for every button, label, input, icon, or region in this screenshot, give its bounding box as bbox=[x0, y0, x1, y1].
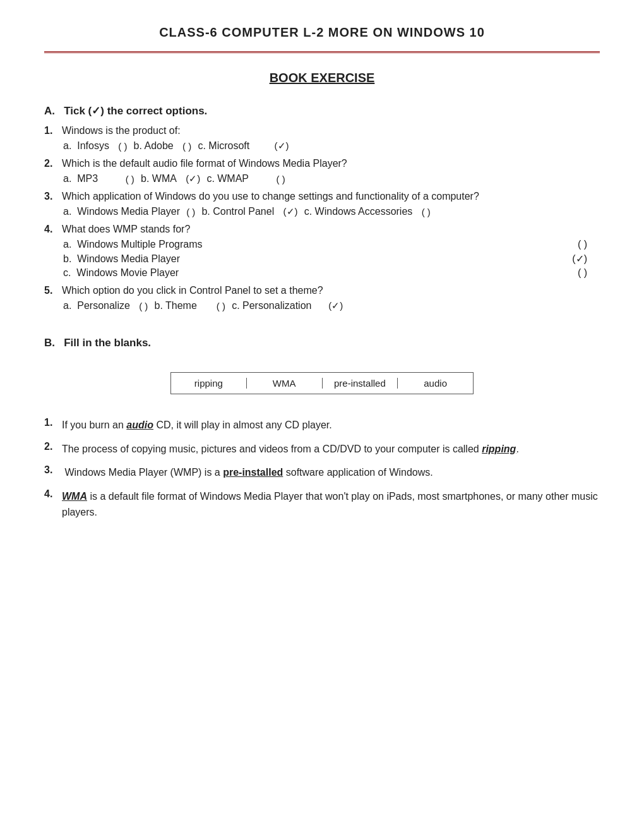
divider bbox=[44, 51, 600, 53]
fill-text-2: The process of copying music, pictures a… bbox=[62, 441, 600, 457]
question-1: 1. Windows is the product of: a. Infosys… bbox=[44, 125, 600, 152]
q2-check-b: (✓) bbox=[181, 173, 203, 184]
question-2: 2. Which is the default audio file forma… bbox=[44, 158, 600, 184]
q4-opt-c: c. Windows Movie Player bbox=[63, 267, 562, 279]
page-title: CLASS-6 COMPUTER L-2 MORE ON WINDOWS 10 bbox=[44, 25, 600, 40]
q3-opt-a: a. Windows Media Player bbox=[63, 206, 180, 217]
q2-opt-c: c. WMAP bbox=[206, 173, 249, 184]
section-a: A. Tick (✓) the correct options. 1. Wind… bbox=[44, 104, 600, 311]
q3-bracket-c: ( ) bbox=[416, 207, 431, 217]
q4-opt-a: a. Windows Multiple Programs bbox=[63, 239, 562, 250]
q2-opt-b: b. WMA bbox=[141, 173, 177, 184]
fill-item-2: 2. The process of copying music, picture… bbox=[44, 441, 600, 457]
fill-item-1: 1. If you burn an audio CD, it will play… bbox=[44, 417, 600, 433]
fill-item-4: 4. WMA is a default file format of Windo… bbox=[44, 488, 600, 521]
q3-options: a. Windows Media Player ( ) b. Control P… bbox=[63, 206, 600, 217]
q3-num: 3. bbox=[44, 191, 59, 202]
fill-num-4: 4. bbox=[44, 488, 62, 500]
q3-check-b: (✓) bbox=[278, 206, 301, 217]
q5-text: Which option do you click in Control Pan… bbox=[62, 285, 323, 296]
q2-num: 2. bbox=[44, 158, 59, 169]
question-4: 4. What does WMP stands for? a. Windows … bbox=[44, 224, 600, 279]
word-audio: audio bbox=[398, 378, 473, 389]
q5-opt-b: b. Theme bbox=[155, 300, 197, 311]
fill-answer-preinstalled: pre-installed bbox=[223, 467, 283, 478]
q2-text: Which is the default audio file format o… bbox=[62, 158, 347, 169]
q4-check-b: (✓) bbox=[562, 253, 600, 265]
word-preinstalled: pre-installed bbox=[323, 378, 398, 389]
section-b: B. Fill in the blanks. ripping WMA pre-i… bbox=[44, 337, 600, 521]
q1-opt-a: a. Infosys bbox=[63, 140, 109, 152]
q4-opt-c-row: c. Windows Movie Player ( ) bbox=[63, 267, 600, 279]
q3-opt-b: b. Control Panel bbox=[201, 206, 274, 217]
q1-opt-b: b. Adobe bbox=[134, 140, 174, 152]
q5-num: 5. bbox=[44, 285, 59, 296]
q4-bracket-c: ( ) bbox=[562, 267, 600, 279]
word-ripping: ripping bbox=[171, 378, 247, 389]
fill-num-3: 3. bbox=[44, 464, 62, 476]
q4-bracket-a: ( ) bbox=[562, 239, 600, 250]
q2-opt-a: a. MP3 bbox=[63, 173, 98, 184]
q5-check-c: (✓) bbox=[315, 300, 343, 311]
q1-options: a. Infosys ( ) b. Adobe ( ) c. Microsoft… bbox=[63, 140, 600, 152]
q5-options: a. Personalize ( ) b. Theme ( ) c. Perso… bbox=[63, 300, 600, 311]
word-box: ripping WMA pre-installed audio bbox=[170, 372, 474, 394]
q4-opt-a-row: a. Windows Multiple Programs ( ) bbox=[63, 239, 600, 250]
fill-answer-ripping: ripping bbox=[482, 444, 516, 454]
fill-text-1: If you burn an audio CD, it will play in… bbox=[62, 417, 600, 433]
q1-num: 1. bbox=[44, 125, 59, 136]
word-wma: WMA bbox=[247, 378, 323, 389]
q5-opt-c: c. Personalization bbox=[232, 300, 311, 311]
q1-bracket-b: ( ) bbox=[177, 141, 194, 152]
word-box-container: ripping WMA pre-installed audio bbox=[44, 361, 600, 406]
fill-answer-audio: audio bbox=[126, 420, 153, 430]
fill-answer-wma: WMA bbox=[62, 491, 87, 502]
fill-list: 1. If you burn an audio CD, it will play… bbox=[44, 417, 600, 521]
question-3: 3. Which application of Windows do you u… bbox=[44, 191, 600, 217]
q4-opt-b-row: b. Windows Media Player (✓) bbox=[63, 253, 600, 265]
q5-opt-a: a. Personalize bbox=[63, 300, 130, 311]
fill-num-1: 1. bbox=[44, 417, 62, 428]
q3-bracket-a: ( ) bbox=[184, 207, 198, 217]
q4-text: What does WMP stands for? bbox=[62, 224, 190, 235]
q2-options: a. MP3 ( ) b. WMA (✓) c. WMAP ( ) bbox=[63, 173, 600, 184]
q4-num: 4. bbox=[44, 224, 59, 235]
q1-bracket-a: ( ) bbox=[113, 141, 130, 152]
fill-item-3: 3. Windows Media Player (WMP) is a pre-i… bbox=[44, 464, 600, 481]
section-a-label: A. Tick (✓) the correct options. bbox=[44, 104, 600, 118]
book-exercise-title: BOOK EXERCISE bbox=[44, 71, 600, 85]
q1-opt-c: c. Microsoft bbox=[198, 140, 249, 152]
q4-options: a. Windows Multiple Programs ( ) b. Wind… bbox=[63, 239, 600, 279]
q1-text: Windows is the product of: bbox=[62, 125, 181, 136]
q3-opt-c: c. Windows Accessories bbox=[304, 206, 413, 217]
q1-check-c: (✓) bbox=[253, 140, 289, 152]
q2-bracket-c: ( ) bbox=[253, 174, 285, 184]
q5-bracket-a: ( ) bbox=[134, 301, 151, 311]
fill-text-4: WMA is a default file format of Windows … bbox=[62, 488, 600, 521]
fill-num-2: 2. bbox=[44, 441, 62, 452]
fill-text-3: Windows Media Player (WMP) is a pre-inst… bbox=[62, 464, 600, 481]
question-5: 5. Which option do you click in Control … bbox=[44, 285, 600, 311]
q2-bracket-a: ( ) bbox=[102, 174, 137, 184]
q5-bracket-b: ( ) bbox=[201, 301, 228, 311]
q3-text: Which application of Windows do you use … bbox=[62, 191, 479, 202]
section-b-label: B. Fill in the blanks. bbox=[44, 337, 600, 349]
q4-opt-b: b. Windows Media Player bbox=[63, 253, 562, 265]
